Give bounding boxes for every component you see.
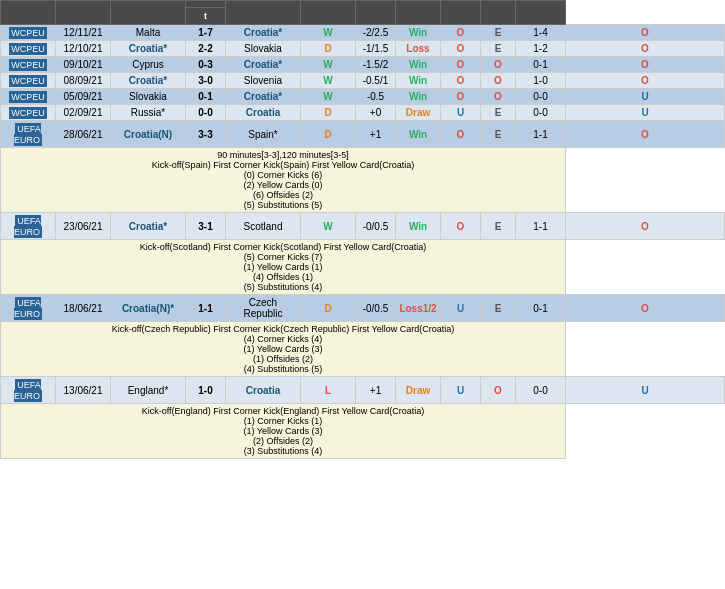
match-result: 3-1 xyxy=(186,213,226,240)
team2-name[interactable]: Spain* xyxy=(226,121,301,148)
team2-name[interactable]: Slovenia xyxy=(226,73,301,89)
match-date: 12/10/21 xyxy=(56,41,111,57)
team2-name[interactable]: Croatia xyxy=(226,377,301,404)
team1-name[interactable]: Croatia(N) xyxy=(111,121,186,148)
table-row: UEFA EURO 28/06/21 Croatia(N) 3-3 Spain*… xyxy=(1,121,725,148)
match-result: 0-3 xyxy=(186,57,226,73)
table-row: WCPEU 05/09/21 Slovakia 0-1 Croatia* W -… xyxy=(1,89,725,105)
table-row: WCPEU 12/10/21 Croatia* 2-2 Slovakia D -… xyxy=(1,41,725,57)
match-date: 09/10/21 xyxy=(56,57,111,73)
team1-name[interactable]: Cyprus xyxy=(111,57,186,73)
outcome-cell: D xyxy=(301,105,356,121)
table-row: UEFA EURO 13/06/21 England* 1-0 Croatia … xyxy=(1,377,725,404)
ht-cell: 1-4 xyxy=(516,25,566,41)
team2-name[interactable]: Croatia* xyxy=(226,25,301,41)
ou075-cell: O xyxy=(566,73,725,89)
handicap-cell: +0 xyxy=(356,105,396,121)
ou075-cell: U xyxy=(566,89,725,105)
team2-name[interactable]: Czech Republic xyxy=(226,295,301,322)
handicap-cell: -1/1.5 xyxy=(356,41,396,57)
ou075-cell: O xyxy=(566,41,725,57)
odd-even-cell: E xyxy=(481,295,516,322)
handicap-cell: -2/2.5 xyxy=(356,25,396,41)
outcome-cell: W xyxy=(301,57,356,73)
ou075-cell: O xyxy=(566,25,725,41)
team2-name[interactable]: Scotland xyxy=(226,213,301,240)
ou075-cell: O xyxy=(566,121,725,148)
header-date xyxy=(56,1,111,25)
match-date: 28/06/21 xyxy=(56,121,111,148)
match-result: 3-0 xyxy=(186,73,226,89)
over-under-cell: U xyxy=(441,377,481,404)
team1-name[interactable]: Croatia* xyxy=(111,41,186,57)
ht-cell: 0-1 xyxy=(516,57,566,73)
match-result: 3-3 xyxy=(186,121,226,148)
ht-cell: 1-1 xyxy=(516,121,566,148)
odds-cell: Win xyxy=(396,25,441,41)
match-detail: 90 minutes[3-3],120 minutes[3-5]Kick-off… xyxy=(1,148,566,213)
team1-name[interactable]: Slovakia xyxy=(111,89,186,105)
header-result-sub: t xyxy=(186,8,226,25)
match-result: 1-1 xyxy=(186,295,226,322)
match-date: 08/09/21 xyxy=(56,73,111,89)
over-under-cell: O xyxy=(441,73,481,89)
outcome-cell: D xyxy=(301,41,356,57)
match-detail: Kick-off(Scotland) First Corner Kick(Sco… xyxy=(1,240,566,295)
table-row: WCPEU 02/09/21 Russia* 0-0 Croatia D +0 … xyxy=(1,105,725,121)
team1-name[interactable]: Croatia(N)* xyxy=(111,295,186,322)
handicap-cell: +1 xyxy=(356,121,396,148)
ht-cell: 1-0 xyxy=(516,73,566,89)
match-result: 2-2 xyxy=(186,41,226,57)
outcome-cell: W xyxy=(301,73,356,89)
ou075-cell: O xyxy=(566,213,725,240)
table-row: WCPEU 12/11/21 Malta 1-7 Croatia* W -2/2… xyxy=(1,25,725,41)
odds-cell: Loss1/2 xyxy=(396,295,441,322)
outcome-cell: W xyxy=(301,89,356,105)
match-date: 23/06/21 xyxy=(56,213,111,240)
outcome-cell: D xyxy=(301,295,356,322)
odd-even-cell: E xyxy=(481,105,516,121)
match-label: WCPEU xyxy=(1,25,56,41)
handicap-cell: -0.5/1 xyxy=(356,73,396,89)
team2-name[interactable]: Croatia xyxy=(226,105,301,121)
odd-even-cell: E xyxy=(481,121,516,148)
match-label: UEFA EURO xyxy=(1,121,56,148)
ht-cell: 1-1 xyxy=(516,213,566,240)
ou075-cell: U xyxy=(566,105,725,121)
team2-name[interactable]: Slovakia xyxy=(226,41,301,57)
match-label: UEFA EURO xyxy=(1,295,56,322)
odd-even-cell: E xyxy=(481,25,516,41)
odds-cell: Win xyxy=(396,213,441,240)
over-under-cell: O xyxy=(441,25,481,41)
match-detail: Kick-off(England) First Corner Kick(Engl… xyxy=(1,404,566,459)
team2-name[interactable]: Croatia* xyxy=(226,89,301,105)
team1-name[interactable]: Croatia* xyxy=(111,213,186,240)
odd-even-cell: O xyxy=(481,57,516,73)
match-result: 0-1 xyxy=(186,89,226,105)
odd-even-cell: O xyxy=(481,73,516,89)
team2-name[interactable]: Croatia* xyxy=(226,57,301,73)
ou075-cell: U xyxy=(566,377,725,404)
odd-even-cell: O xyxy=(481,377,516,404)
ht-cell: 0-0 xyxy=(516,105,566,121)
team1-name[interactable]: Russia* xyxy=(111,105,186,121)
header-team1 xyxy=(111,1,186,25)
odds-cell: Win xyxy=(396,57,441,73)
header-odd-even xyxy=(441,1,481,25)
team1-name[interactable]: Malta xyxy=(111,25,186,41)
outcome-cell: W xyxy=(301,213,356,240)
odds-cell: Win xyxy=(396,73,441,89)
odd-even-cell: E xyxy=(481,41,516,57)
ht-cell: 0-0 xyxy=(516,377,566,404)
over-under-cell: U xyxy=(441,295,481,322)
detail-row: Kick-off(England) First Corner Kick(Engl… xyxy=(1,404,725,459)
team1-name[interactable]: England* xyxy=(111,377,186,404)
match-label: WCPEU xyxy=(1,73,56,89)
handicap-cell: -0/0.5 xyxy=(356,295,396,322)
handicap-cell: -0.5 xyxy=(356,89,396,105)
team1-name[interactable]: Croatia* xyxy=(111,73,186,89)
odd-even-cell: E xyxy=(481,213,516,240)
over-under-cell: O xyxy=(441,213,481,240)
match-date: 05/09/21 xyxy=(56,89,111,105)
ht-cell: 0-0 xyxy=(516,89,566,105)
